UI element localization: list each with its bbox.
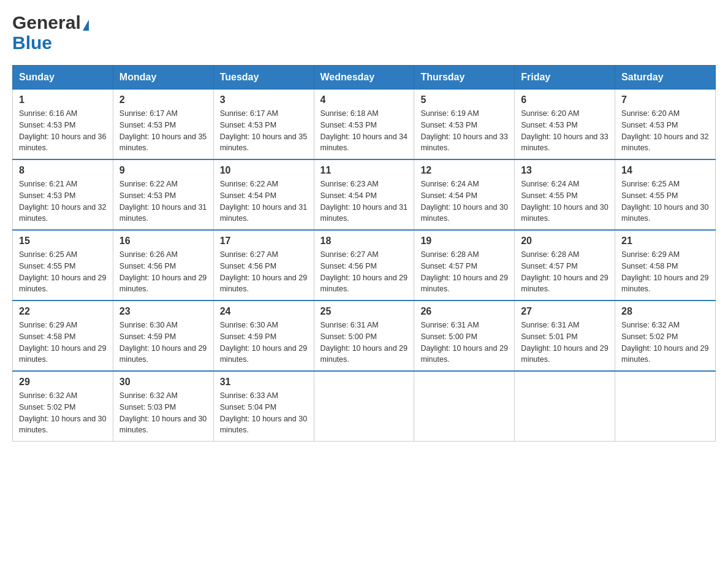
day-number: 15 (19, 236, 107, 247)
day-info: Sunrise: 6:28 AM Sunset: 4:57 PM Dayligh… (521, 249, 609, 295)
calendar-day-cell: 23 Sunrise: 6:30 AM Sunset: 4:59 PM Dayl… (113, 301, 213, 371)
day-info: Sunrise: 6:21 AM Sunset: 4:53 PM Dayligh… (19, 178, 107, 224)
calendar-body: 1 Sunrise: 6:16 AM Sunset: 4:53 PM Dayli… (13, 90, 716, 442)
calendar-week-row: 8 Sunrise: 6:21 AM Sunset: 4:53 PM Dayli… (13, 159, 716, 230)
calendar-week-row: 15 Sunrise: 6:25 AM Sunset: 4:55 PM Dayl… (13, 230, 716, 301)
calendar-day-cell: 3 Sunrise: 6:17 AM Sunset: 4:53 PM Dayli… (213, 90, 314, 160)
calendar-day-cell: 19 Sunrise: 6:28 AM Sunset: 4:57 PM Dayl… (414, 230, 515, 301)
day-number: 12 (420, 165, 508, 176)
day-number: 19 (420, 236, 508, 247)
calendar-day-cell: 9 Sunrise: 6:22 AM Sunset: 4:53 PM Dayli… (113, 159, 213, 230)
day-info: Sunrise: 6:31 AM Sunset: 5:00 PM Dayligh… (320, 320, 408, 366)
day-number: 4 (320, 94, 408, 105)
day-number: 24 (220, 306, 308, 317)
day-number: 3 (220, 94, 308, 105)
logo-wordmark: General Blue (12, 12, 89, 53)
day-info: Sunrise: 6:25 AM Sunset: 4:55 PM Dayligh… (621, 178, 709, 224)
day-number: 10 (220, 165, 308, 176)
day-number: 30 (119, 377, 207, 388)
calendar-day-cell: 20 Sunrise: 6:28 AM Sunset: 4:57 PM Dayl… (515, 230, 615, 301)
day-info: Sunrise: 6:32 AM Sunset: 5:03 PM Dayligh… (119, 390, 207, 436)
calendar-day-cell: 5 Sunrise: 6:19 AM Sunset: 4:53 PM Dayli… (414, 90, 515, 160)
day-info: Sunrise: 6:28 AM Sunset: 4:57 PM Dayligh… (420, 249, 508, 295)
col-monday: Monday (113, 66, 213, 90)
calendar-day-cell: 2 Sunrise: 6:17 AM Sunset: 4:53 PM Dayli… (113, 90, 213, 160)
day-info: Sunrise: 6:16 AM Sunset: 4:53 PM Dayligh… (19, 108, 107, 154)
calendar-day-cell: 21 Sunrise: 6:29 AM Sunset: 4:58 PM Dayl… (615, 230, 716, 301)
calendar-day-cell: 11 Sunrise: 6:23 AM Sunset: 4:54 PM Dayl… (314, 159, 414, 230)
calendar-day-cell: 27 Sunrise: 6:31 AM Sunset: 5:01 PM Dayl… (515, 301, 615, 371)
day-number: 22 (19, 306, 107, 317)
day-number: 13 (521, 165, 609, 176)
day-info: Sunrise: 6:23 AM Sunset: 4:54 PM Dayligh… (320, 178, 408, 224)
day-info: Sunrise: 6:30 AM Sunset: 4:59 PM Dayligh… (220, 320, 308, 366)
day-info: Sunrise: 6:27 AM Sunset: 4:56 PM Dayligh… (220, 249, 308, 295)
day-number: 8 (19, 165, 107, 176)
day-number: 18 (320, 236, 408, 247)
day-info: Sunrise: 6:31 AM Sunset: 5:01 PM Dayligh… (521, 320, 609, 366)
day-number: 21 (621, 236, 709, 247)
calendar-day-cell: 29 Sunrise: 6:32 AM Sunset: 5:02 PM Dayl… (13, 371, 113, 442)
day-number: 17 (220, 236, 308, 247)
calendar-day-cell: 6 Sunrise: 6:20 AM Sunset: 4:53 PM Dayli… (515, 90, 615, 160)
calendar-day-cell: 17 Sunrise: 6:27 AM Sunset: 4:56 PM Dayl… (213, 230, 314, 301)
day-number: 28 (621, 306, 709, 317)
col-friday: Friday (515, 66, 615, 90)
calendar-day-cell: 18 Sunrise: 6:27 AM Sunset: 4:56 PM Dayl… (314, 230, 414, 301)
calendar-day-cell: 7 Sunrise: 6:20 AM Sunset: 4:53 PM Dayli… (615, 90, 716, 160)
calendar-day-cell: 25 Sunrise: 6:31 AM Sunset: 5:00 PM Dayl… (314, 301, 414, 371)
calendar-day-cell: 13 Sunrise: 6:24 AM Sunset: 4:55 PM Dayl… (515, 159, 615, 230)
day-number: 25 (320, 306, 408, 317)
calendar-day-cell: 24 Sunrise: 6:30 AM Sunset: 4:59 PM Dayl… (213, 301, 314, 371)
page-header: General Blue (12, 12, 716, 53)
day-number: 16 (119, 236, 207, 247)
day-info: Sunrise: 6:19 AM Sunset: 4:53 PM Dayligh… (420, 108, 508, 154)
calendar-week-row: 1 Sunrise: 6:16 AM Sunset: 4:53 PM Dayli… (13, 90, 716, 160)
calendar-table: Sunday Monday Tuesday Wednesday Thursday… (12, 65, 716, 442)
calendar-day-cell: 4 Sunrise: 6:18 AM Sunset: 4:53 PM Dayli… (314, 90, 414, 160)
day-info: Sunrise: 6:33 AM Sunset: 5:04 PM Dayligh… (220, 390, 308, 436)
logo-blue-label: Blue (12, 33, 52, 53)
day-info: Sunrise: 6:24 AM Sunset: 4:55 PM Dayligh… (521, 178, 609, 224)
calendar-day-cell: 15 Sunrise: 6:25 AM Sunset: 4:55 PM Dayl… (13, 230, 113, 301)
day-number: 11 (320, 165, 408, 176)
day-info: Sunrise: 6:29 AM Sunset: 4:58 PM Dayligh… (19, 320, 107, 366)
day-info: Sunrise: 6:32 AM Sunset: 5:02 PM Dayligh… (621, 320, 709, 366)
day-info: Sunrise: 6:22 AM Sunset: 4:54 PM Dayligh… (220, 178, 308, 224)
day-number: 20 (521, 236, 609, 247)
day-info: Sunrise: 6:25 AM Sunset: 4:55 PM Dayligh… (19, 249, 107, 295)
calendar-day-cell: 14 Sunrise: 6:25 AM Sunset: 4:55 PM Dayl… (615, 159, 716, 230)
day-number: 5 (420, 94, 508, 105)
col-sunday: Sunday (13, 66, 113, 90)
day-number: 7 (621, 94, 709, 105)
col-saturday: Saturday (615, 66, 716, 90)
day-info: Sunrise: 6:31 AM Sunset: 5:00 PM Dayligh… (420, 320, 508, 366)
col-thursday: Thursday (414, 66, 515, 90)
calendar-week-row: 22 Sunrise: 6:29 AM Sunset: 4:58 PM Dayl… (13, 301, 716, 371)
day-number: 1 (19, 94, 107, 105)
day-number: 14 (621, 165, 709, 176)
day-info: Sunrise: 6:32 AM Sunset: 5:02 PM Dayligh… (19, 390, 107, 436)
calendar-day-cell: 10 Sunrise: 6:22 AM Sunset: 4:54 PM Dayl… (213, 159, 314, 230)
logo: General Blue (12, 12, 89, 53)
day-number: 2 (119, 94, 207, 105)
calendar-day-cell: 28 Sunrise: 6:32 AM Sunset: 5:02 PM Dayl… (615, 301, 716, 371)
day-info: Sunrise: 6:22 AM Sunset: 4:53 PM Dayligh… (119, 178, 207, 224)
calendar-day-cell: 8 Sunrise: 6:21 AM Sunset: 4:53 PM Dayli… (13, 159, 113, 230)
calendar-day-cell: 31 Sunrise: 6:33 AM Sunset: 5:04 PM Dayl… (213, 371, 314, 442)
calendar-day-cell (615, 371, 716, 442)
day-info: Sunrise: 6:20 AM Sunset: 4:53 PM Dayligh… (621, 108, 709, 154)
calendar-day-cell: 30 Sunrise: 6:32 AM Sunset: 5:03 PM Dayl… (113, 371, 213, 442)
day-number: 23 (119, 306, 207, 317)
day-info: Sunrise: 6:26 AM Sunset: 4:56 PM Dayligh… (119, 249, 207, 295)
calendar-day-cell (515, 371, 615, 442)
calendar-week-row: 29 Sunrise: 6:32 AM Sunset: 5:02 PM Dayl… (13, 371, 716, 442)
day-info: Sunrise: 6:27 AM Sunset: 4:56 PM Dayligh… (320, 249, 408, 295)
calendar-day-cell: 26 Sunrise: 6:31 AM Sunset: 5:00 PM Dayl… (414, 301, 515, 371)
day-number: 31 (220, 377, 308, 388)
calendar-day-cell (414, 371, 515, 442)
logo-general-text: General (12, 12, 81, 33)
day-info: Sunrise: 6:20 AM Sunset: 4:53 PM Dayligh… (521, 108, 609, 154)
day-number: 26 (420, 306, 508, 317)
calendar-day-cell: 12 Sunrise: 6:24 AM Sunset: 4:54 PM Dayl… (414, 159, 515, 230)
